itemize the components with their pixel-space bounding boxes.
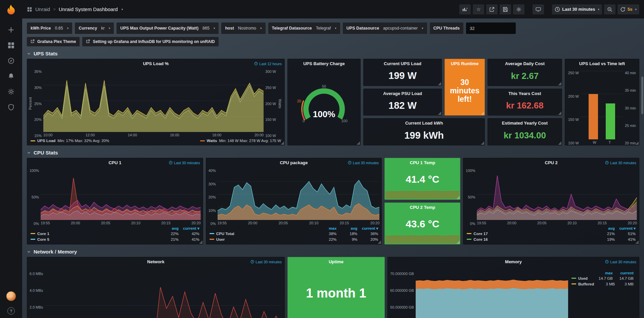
grafana-logo[interactable] — [4, 4, 18, 17]
breadcrumb-page[interactable]: Unraid System Dashboard — [59, 6, 118, 12]
panel-time-badge[interactable]: Last 30 minutes — [169, 158, 200, 167]
chart-plot[interactable] — [43, 70, 264, 132]
chart-plot[interactable] — [41, 169, 201, 220]
section-ups-stats[interactable]: UPS Stats — [27, 51, 639, 56]
panel-title[interactable]: Memory — [505, 259, 522, 264]
panel-title[interactable]: UPS Runtime — [445, 61, 485, 66]
panel-resize-handle[interactable] — [635, 141, 639, 145]
scrollbar-thumb[interactable] — [641, 77, 643, 114]
panel-resize-handle[interactable] — [456, 196, 460, 199]
user-avatar[interactable] — [6, 291, 16, 301]
legend-column-avg[interactable]: avg — [160, 226, 179, 230]
panel-resize-handle[interactable] — [199, 240, 202, 244]
panel-title[interactable]: CPU 1 Temp — [385, 160, 460, 165]
zoom-out-button[interactable] — [604, 4, 615, 14]
series-name[interactable]: Core 16 — [473, 237, 488, 241]
panel-resize-handle[interactable] — [438, 111, 441, 115]
explore-compass-icon[interactable] — [7, 57, 15, 64]
chevron-down-icon[interactable]: ▾ — [122, 8, 123, 11]
chart-plot[interactable] — [477, 169, 637, 220]
panel-resize-handle[interactable] — [481, 111, 484, 115]
legend-item-watts[interactable]: WattsMin: 148 W Max: 278 W Avg: 175 W — [200, 139, 281, 143]
star-button[interactable]: ☆ — [473, 4, 484, 14]
chart-plot[interactable] — [45, 268, 282, 318]
panel-title[interactable]: Current Load kWh — [364, 121, 485, 126]
legend-column-avg[interactable]: avg — [338, 226, 357, 230]
series-name[interactable]: Core 1 — [37, 232, 49, 236]
dashboard-link-grafana-plex-theme[interactable]: Grafana Plex Theme — [27, 37, 80, 46]
series-name[interactable]: Core 5 — [37, 237, 49, 241]
save-button[interactable] — [500, 4, 511, 14]
cycle-view-button[interactable] — [533, 4, 544, 14]
alert-bell-icon[interactable] — [7, 73, 15, 80]
dashboard-link-setting-up-grafana-and-influxdb-for-ups-monitoring-on-unraid[interactable]: Setting up Grafana and InfluxDB for UPS … — [82, 37, 218, 46]
legend-column-current[interactable]: current ▾ — [181, 226, 199, 231]
panel-resize-handle[interactable] — [281, 141, 284, 145]
panel-title[interactable]: This Years Cost — [488, 91, 562, 96]
panel-resize-handle[interactable] — [558, 111, 561, 115]
panel-title[interactable]: UPS Battery Charge — [303, 61, 345, 66]
panel-title[interactable]: Average Daily Cost — [488, 61, 562, 66]
panel-title[interactable]: Estimated Yearly Cost — [488, 121, 562, 126]
panel-resize-handle[interactable] — [635, 240, 639, 244]
variable-currency[interactable]: Currencykr▾ — [75, 22, 114, 34]
panel-resize-handle[interactable] — [456, 240, 460, 244]
series-name[interactable]: Used — [578, 276, 588, 280]
admin-shield-icon[interactable] — [7, 103, 15, 111]
panel-title[interactable]: UPS Load % — [143, 61, 169, 66]
panel-title[interactable]: Current UPS Load — [364, 61, 442, 66]
panel-title[interactable]: CPU 1 — [108, 160, 121, 165]
dashboard-settings-button[interactable] — [513, 4, 524, 14]
help-icon[interactable]: ? — [7, 307, 15, 315]
panel-title[interactable]: CPU 2 — [545, 160, 558, 165]
variable-telegraf-datasource[interactable]: Telegraf DatasourceTelegraf▾ — [268, 22, 340, 34]
legend-item-ups-load[interactable]: UPS LoadMin: 17% Max: 32% Avg: 20% — [31, 139, 109, 143]
series-name[interactable]: Buffered — [578, 282, 594, 286]
legend-column-max[interactable]: max — [594, 271, 613, 275]
panel-resize-handle[interactable] — [357, 141, 360, 145]
chart-plot[interactable] — [416, 268, 568, 318]
panel-resize-handle[interactable] — [558, 82, 561, 85]
panel-time-badge[interactable]: Last 30 minutes — [605, 257, 636, 266]
panel-time-badge[interactable]: Last 30 minutes — [605, 158, 636, 167]
legend-column-current[interactable]: current — [615, 271, 634, 275]
add-panel-button[interactable] — [459, 4, 471, 14]
panel-title[interactable]: UPS Load vs Time left — [579, 61, 625, 66]
chart-plot[interactable] — [218, 169, 380, 220]
variable-host[interactable]: hostNostromo▾ — [221, 22, 265, 34]
variable-kwh-price[interactable]: kWh Price0.65▾ — [27, 22, 72, 34]
series-name[interactable]: Core 17 — [473, 232, 488, 236]
refresh-button[interactable]: 5s ▾ — [617, 4, 639, 14]
legend-column-max[interactable]: max — [318, 226, 336, 230]
legend-column-current[interactable]: current ▾ — [359, 226, 378, 231]
panel-title[interactable]: Uptime — [288, 259, 384, 264]
panel-resize-handle[interactable] — [558, 141, 561, 145]
bar-plot[interactable] — [581, 71, 623, 139]
panel-resize-handle[interactable] — [438, 82, 441, 85]
section-network-memory[interactable]: Network / Memory — [27, 249, 639, 255]
series-name[interactable]: CPU Total — [216, 232, 234, 236]
legend-column-current[interactable]: current ▾ — [617, 226, 636, 231]
variable-ups-max-output-power-capacity-watt[interactable]: UPS Max Output Power Capacity (Watt)865▾ — [117, 22, 219, 34]
dashboards-grid-icon[interactable] — [7, 42, 15, 49]
panel-time-badge[interactable]: Last 12 hours — [254, 59, 282, 68]
series-name[interactable]: User — [216, 237, 225, 241]
panel-time-badge[interactable]: Last 30 minutes — [348, 158, 379, 167]
share-button[interactable] — [486, 4, 498, 14]
panel-title[interactable]: Average PSU Load — [364, 91, 442, 96]
variable-ups-datasource[interactable]: UPS Datasourceapcupsd-container▾ — [343, 22, 427, 34]
time-picker[interactable]: Last 30 minutes ▾ — [552, 4, 602, 14]
panel-resize-handle[interactable] — [481, 141, 484, 145]
panel-title[interactable]: CPU package — [280, 160, 308, 165]
axis-tick: 6.0 MBs — [30, 272, 43, 276]
panel-resize-handle[interactable] — [378, 240, 381, 244]
settings-gear-icon[interactable] — [7, 88, 15, 95]
plus-icon[interactable] — [7, 26, 15, 34]
variable-input-cpu-threads[interactable] — [466, 22, 516, 34]
breadcrumb-app[interactable]: Unraid — [35, 6, 50, 12]
legend-column-avg[interactable]: avg — [596, 226, 615, 230]
panel-time-badge[interactable]: Last 30 minutes — [250, 257, 282, 266]
panel-title[interactable]: Network — [147, 259, 164, 264]
panel-title[interactable]: CPU 2 Temp — [385, 205, 460, 210]
section-cpu-stats[interactable]: CPU Stats — [27, 150, 639, 155]
